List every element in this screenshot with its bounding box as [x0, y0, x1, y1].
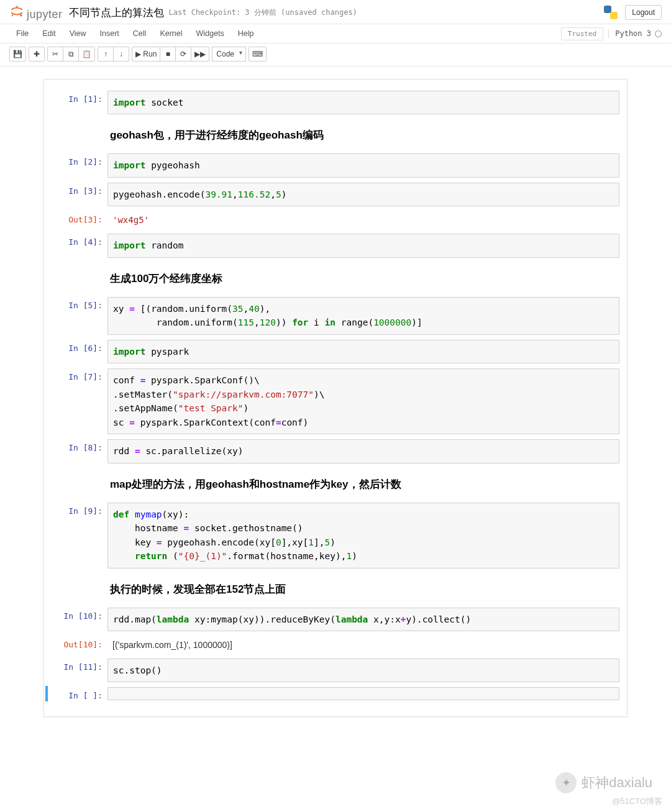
input-prompt: In [4]:: [52, 234, 107, 257]
input-prompt: [52, 119, 107, 148]
code-input[interactable]: import pygeohash: [107, 153, 619, 177]
markdown-rendered: 执行的时候，发现全部在152节点上面: [107, 573, 619, 603]
input-prompt: In [9]:: [52, 503, 107, 568]
cut-button[interactable]: ✂: [47, 47, 63, 62]
jupyter-text: jupyter: [27, 8, 63, 21]
add-cell-button[interactable]: ✚: [29, 47, 45, 62]
code-input[interactable]: conf = pyspark.SparkConf()\ .setMaster("…: [107, 368, 619, 434]
code-input[interactable]: import pyspark: [107, 340, 619, 363]
input-prompt: [52, 468, 107, 498]
jupyter-icon: [9, 4, 24, 19]
output-area: 'wx4g5': [107, 211, 619, 229]
input-prompt: In [7]:: [52, 368, 107, 434]
kernel-status-icon: [655, 30, 662, 37]
input-prompt: In [1]:: [52, 91, 107, 114]
run-button[interactable]: ▶ Run: [132, 47, 160, 62]
output-cell: Out[10]: [('sparkvm.com_(1)', 1000000)]: [48, 635, 623, 655]
input-prompt: In [10]:: [52, 608, 107, 631]
notebook: In [1]: import socket geohash包，用于进行经纬度的g…: [43, 79, 628, 717]
svg-point-2: [21, 15, 22, 17]
code-input[interactable]: rdd.map(lambda xy:mymap(xy)).reduceByKey…: [107, 608, 619, 631]
code-input[interactable]: pygeohash.encode(39.91,116.52,5): [107, 183, 619, 206]
code-cell[interactable]: In [9]: def mymap(xy): hostname = socket…: [48, 501, 623, 570]
output-prompt: Out[3]:: [52, 211, 107, 229]
markdown-cell[interactable]: map处理的方法，用geohash和hostname作为key，然后计数: [48, 467, 623, 499]
input-prompt: [52, 263, 107, 292]
input-prompt: [52, 573, 107, 603]
code-input[interactable]: sc.stop(): [107, 659, 619, 682]
input-prompt: In [5]:: [52, 297, 107, 335]
code-cell[interactable]: In [1]: import socket: [48, 89, 623, 116]
markdown-cell[interactable]: 生成100万个经纬度坐标: [48, 262, 623, 293]
code-cell[interactable]: In [8]: rdd = sc.parallelize(xy): [48, 438, 623, 464]
input-prompt: In [6]:: [52, 340, 107, 363]
cell-type-select[interactable]: Code: [212, 47, 246, 62]
output-cell: Out[3]: 'wx4g5': [48, 210, 623, 230]
notebook-name[interactable]: 不同节点上的算法包: [69, 6, 164, 20]
python-icon: [604, 6, 618, 19]
menubar: File Edit View Insert Cell Kernel Widget…: [0, 24, 671, 43]
code-cell[interactable]: In [10]: rdd.map(lambda xy:mymap(xy)).re…: [48, 606, 623, 632]
trusted-indicator[interactable]: Trusted: [561, 27, 603, 40]
interrupt-button[interactable]: ■: [160, 47, 176, 62]
code-cell[interactable]: In [7]: conf = pyspark.SparkConf()\ .set…: [48, 367, 623, 436]
output-area: [('sparkvm.com_(1)', 1000000)]: [107, 636, 619, 654]
menu-kernel[interactable]: Kernel: [153, 24, 189, 43]
menu-cell[interactable]: Cell: [126, 24, 153, 43]
move-down-button[interactable]: ↓: [113, 47, 129, 62]
code-cell[interactable]: In [11]: sc.stop(): [48, 657, 623, 683]
menu-file[interactable]: File: [9, 24, 35, 43]
code-cell[interactable]: In [5]: xy = [(random.uniform(35,40), ra…: [48, 296, 623, 336]
output-prompt: Out[10]:: [52, 636, 107, 654]
restart-run-all-button[interactable]: ▶▶: [191, 47, 209, 62]
code-input[interactable]: import socket: [107, 91, 619, 114]
markdown-rendered: geohash包，用于进行经纬度的geohash编码: [107, 119, 619, 148]
code-cell[interactable]: In [4]: import random: [48, 232, 623, 258]
code-input[interactable]: xy = [(random.uniform(35,40), random.uni…: [107, 297, 619, 335]
menu-view[interactable]: View: [63, 24, 93, 43]
notebook-container: In [1]: import socket geohash包，用于进行经纬度的g…: [0, 66, 671, 754]
logout-button[interactable]: Logout: [625, 5, 662, 20]
copy-button[interactable]: ⧉: [63, 47, 79, 62]
svg-point-1: [12, 15, 13, 16]
markdown-rendered: 生成100万个经纬度坐标: [107, 263, 619, 292]
input-prompt: In [11]:: [52, 659, 107, 682]
code-cell[interactable]: In [6]: import pyspark: [48, 339, 623, 365]
save-button[interactable]: 💾: [9, 47, 26, 62]
code-input[interactable]: rdd = sc.parallelize(xy): [107, 439, 619, 463]
input-prompt: In [2]:: [52, 153, 107, 177]
restart-button[interactable]: ⟳: [175, 47, 191, 62]
kernel-name: Python 3: [615, 29, 651, 38]
paste-button[interactable]: 📋: [78, 47, 95, 62]
code-input[interactable]: import random: [107, 234, 619, 257]
toolbar: 💾 ✚ ✂ ⧉ 📋 ↑ ↓ ▶ Run ■ ⟳ ▶▶ Code ⌨: [0, 43, 671, 66]
menu-help[interactable]: Help: [231, 24, 261, 43]
menu-widgets[interactable]: Widgets: [189, 24, 231, 43]
command-palette-button[interactable]: ⌨: [249, 47, 267, 62]
markdown-cell[interactable]: 执行的时候，发现全部在152节点上面: [48, 572, 623, 604]
menu-insert[interactable]: Insert: [93, 24, 126, 43]
code-cell-active[interactable]: In [ ]:: [45, 686, 623, 701]
move-up-button[interactable]: ↑: [98, 47, 114, 62]
input-prompt: In [3]:: [52, 183, 107, 206]
markdown-rendered: map处理的方法，用geohash和hostname作为key，然后计数: [107, 468, 619, 498]
kernel-indicator[interactable]: Python 3: [608, 29, 662, 38]
markdown-cell[interactable]: geohash包，用于进行经纬度的geohash编码: [48, 118, 623, 150]
code-cell[interactable]: In [2]: import pygeohash: [48, 152, 623, 178]
input-prompt: In [8]:: [52, 439, 107, 463]
menu-edit[interactable]: Edit: [35, 24, 63, 43]
jupyter-logo[interactable]: jupyter: [9, 4, 63, 21]
checkpoint-status: Last Checkpoint: 3 分钟前 (unsaved changes): [169, 7, 357, 18]
notebook-header: jupyter 不同节点上的算法包 Last Checkpoint: 3 分钟前…: [0, 0, 671, 24]
code-input[interactable]: [107, 687, 619, 700]
code-input[interactable]: def mymap(xy): hostname = socket.gethost…: [107, 503, 619, 568]
input-prompt: In [ ]:: [52, 687, 107, 700]
code-cell[interactable]: In [3]: pygeohash.encode(39.91,116.52,5): [48, 181, 623, 208]
